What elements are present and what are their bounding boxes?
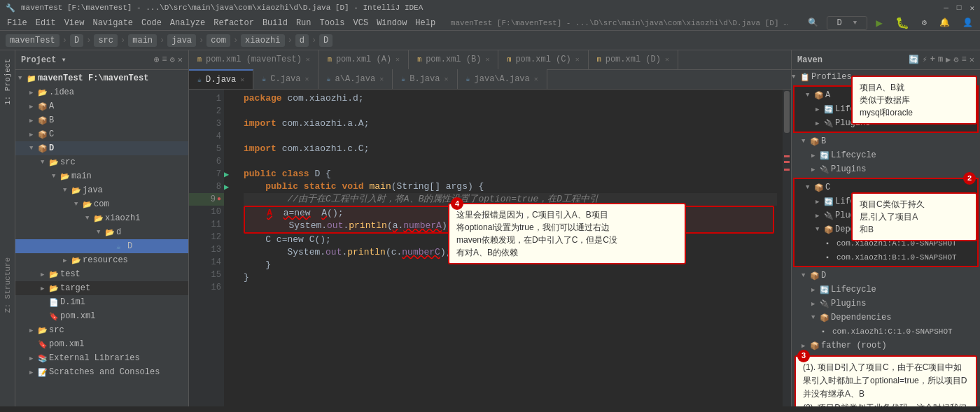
menu-file[interactable]: File	[3, 18, 31, 28]
tree-item-d-folder[interactable]: ▼ 📂 d	[15, 225, 188, 239]
breadcrumb-djava[interactable]: D	[319, 34, 332, 47]
toolbar-icon-3[interactable]: 🔔	[935, 17, 954, 28]
tab-bjava[interactable]: ☕ B.java ✕	[393, 69, 457, 89]
tree-item-B[interactable]: ▶ 📦 B	[15, 113, 188, 127]
run-button[interactable]: ▶	[872, 16, 887, 30]
tree-item-target[interactable]: ▶ 📂 target	[15, 281, 188, 295]
tree-item-scratches[interactable]: ▶ 📝 Scratches and Consoles	[15, 365, 188, 379]
maven-icon-2[interactable]: ⚡	[922, 55, 927, 65]
maximize-button[interactable]: □	[957, 3, 962, 13]
breadcrumb-main[interactable]: main	[128, 34, 157, 47]
tree-item-pomroot[interactable]: ▶ 🔖 pom.xml	[15, 337, 188, 351]
breadcrumb-d2[interactable]: d	[295, 34, 309, 47]
menu-tools[interactable]: Tools	[316, 18, 349, 28]
sidebar-header-icons[interactable]: ⊕ ≡ ⚙ ✕	[154, 55, 183, 65]
tab-pom-a[interactable]: m pom.xml (A) ✕	[319, 50, 409, 69]
maven-refresh-icon[interactable]: 🔄	[909, 55, 919, 65]
tree-item-src2[interactable]: ▶ 📂 src	[15, 323, 188, 337]
maven-icon-3[interactable]: +	[930, 55, 935, 65]
tab-close-b[interactable]: ✕	[444, 75, 448, 83]
scroll-thumb[interactable]	[784, 91, 790, 133]
maven-item-D-dep1[interactable]: ▪ com.xiaozhi:C:1.0-SNAPSHOT	[792, 325, 980, 339]
menu-refactor[interactable]: Refactor	[209, 18, 258, 28]
breadcrumb-xiaozhi[interactable]: xiaozhi	[241, 34, 284, 47]
menu-build[interactable]: Build	[258, 18, 292, 28]
tab-close-javaa[interactable]: ✕	[534, 75, 538, 83]
close-button[interactable]: ✕	[969, 3, 974, 13]
tab-close-aa[interactable]: ✕	[379, 75, 384, 83]
minimize-button[interactable]: —	[944, 3, 948, 13]
tab-pom-c[interactable]: m pom.xml (C) ✕	[498, 50, 588, 69]
menu-window[interactable]: Window	[372, 18, 411, 28]
breadcrumb-d[interactable]: D	[70, 34, 83, 47]
sidebar-icon-2[interactable]: ≡	[162, 55, 167, 65]
menu-edit[interactable]: Edit	[31, 18, 60, 28]
code-content[interactable]: package com.xiaozhi.d; import com.xiaozh…	[238, 90, 783, 406]
maven-item-B-plugins[interactable]: ▶ 🔌 Plugins	[792, 162, 980, 176]
tab-cjava[interactable]: ☕ C.java ✕	[253, 69, 318, 89]
maven-item-D-deps[interactable]: ▼ 📦 Dependencies	[792, 311, 980, 325]
maven-icon-4[interactable]: m	[938, 55, 943, 65]
maven-item-B-lifecycle[interactable]: ▶ 🔄 Lifecycle	[792, 148, 980, 162]
maven-item-father[interactable]: ▶ 📦 father (root)	[792, 339, 980, 353]
tab-djava[interactable]: ☕ D.java ✕	[189, 69, 253, 89]
maven-header-icons[interactable]: 🔄 ⚡ + m ▶ ⚙ ≡ ✕	[909, 55, 974, 65]
sidebar-icon-1[interactable]: ⊕	[154, 55, 159, 65]
tab-pom-maventest[interactable]: m pom.xml (mavenTest) ✕	[189, 50, 319, 69]
maven-item-C-dep2[interactable]: ▪ com.xiaozhi:B:1.0-SNAPSHOT	[796, 250, 976, 264]
tab-aajava[interactable]: ☕ a\A.java ✕	[318, 69, 393, 89]
menu-view[interactable]: View	[60, 18, 89, 28]
sidebar-icon-3[interactable]: ⚙	[170, 55, 175, 65]
tab-pom-b[interactable]: m pom.xml (B) ✕	[409, 50, 498, 69]
sidebar-close[interactable]: ✕	[178, 55, 183, 65]
tree-item-Diml[interactable]: ▶ 📄 D.iml	[15, 295, 188, 309]
maven-item-D-lifecycle[interactable]: ▶ 🔄 Lifecycle	[792, 283, 980, 297]
breadcrumb-maventest[interactable]: mavenTest	[6, 34, 59, 47]
tree-item-Djava[interactable]: ▶ ☕ D	[15, 239, 188, 253]
project-tab[interactable]: 1: Project	[2, 53, 13, 111]
breadcrumb-com[interactable]: com	[206, 34, 230, 47]
tree-item-xiaozhi[interactable]: ▼ 📂 xiaozhi	[15, 211, 188, 225]
editor-scrollbar[interactable]	[783, 90, 791, 406]
structure-tab[interactable]: Z: Structure	[2, 252, 13, 318]
tree-item-resources[interactable]: ▶ 📂 resources	[15, 253, 188, 267]
tab-close[interactable]: ✕	[396, 55, 400, 64]
tree-item-maventest[interactable]: ▼ 📁 mavenTest F:\mavenTest	[15, 71, 188, 85]
tree-item-src[interactable]: ▼ 📂 src	[15, 155, 188, 169]
toolbar-icon-1[interactable]: 🔍	[804, 17, 822, 28]
tab-close-d[interactable]: ✕	[240, 76, 244, 84]
maven-icon-6[interactable]: ⚙	[953, 55, 958, 65]
debug-button[interactable]: 🐛	[891, 16, 913, 30]
menu-code[interactable]: Code	[137, 18, 166, 28]
tab-close[interactable]: ✕	[306, 55, 310, 64]
tree-item-A[interactable]: ▶ 📦 A	[15, 99, 188, 113]
tree-item-main[interactable]: ▼ 📂 main	[15, 169, 188, 183]
menu-run[interactable]: Run	[292, 18, 316, 28]
tab-close[interactable]: ✕	[575, 55, 580, 64]
maven-item-D-maven[interactable]: ▼ 📦 D	[792, 269, 980, 283]
tab-close[interactable]: ✕	[665, 55, 669, 64]
tree-item-com[interactable]: ▼ 📂 com	[15, 197, 188, 211]
breadcrumb-java[interactable]: java	[167, 34, 196, 47]
gutter-8[interactable]: ▶	[224, 180, 238, 193]
maven-icon-8[interactable]: ✕	[969, 55, 974, 65]
tab-close[interactable]: ✕	[485, 55, 489, 64]
tab-pom-d[interactable]: m pom.xml (D) ✕	[589, 50, 678, 69]
window-controls[interactable]: — □ ✕	[944, 3, 974, 13]
toolbar-icon-2[interactable]: ⚙	[918, 17, 931, 28]
menu-analyze[interactable]: Analyze	[166, 18, 209, 28]
gutter-7[interactable]: ▶	[224, 168, 238, 180]
tree-item-D[interactable]: ▼ 📦 D	[15, 141, 188, 155]
breadcrumb-src[interactable]: src	[94, 34, 118, 47]
menu-help[interactable]: Help	[411, 18, 440, 28]
run-config-dropdown[interactable]: D ▼	[827, 16, 868, 30]
maven-item-D-plugins[interactable]: ▶ 🔌 Plugins	[792, 297, 980, 311]
tree-item-pom[interactable]: ▶ 🔖 pom.xml	[15, 309, 188, 323]
tree-item-extlibs[interactable]: ▶ 📚 External Libraries	[15, 351, 188, 365]
menu-vcs[interactable]: VCS	[349, 18, 373, 28]
maven-item-B[interactable]: ▼ 📦 B	[792, 134, 980, 148]
tree-item-C[interactable]: ▶ 📦 C	[15, 127, 188, 141]
tab-close-c[interactable]: ✕	[305, 75, 309, 83]
maven-icon-7[interactable]: ≡	[962, 55, 967, 65]
toolbar-icon-4[interactable]: 👤	[958, 17, 977, 28]
